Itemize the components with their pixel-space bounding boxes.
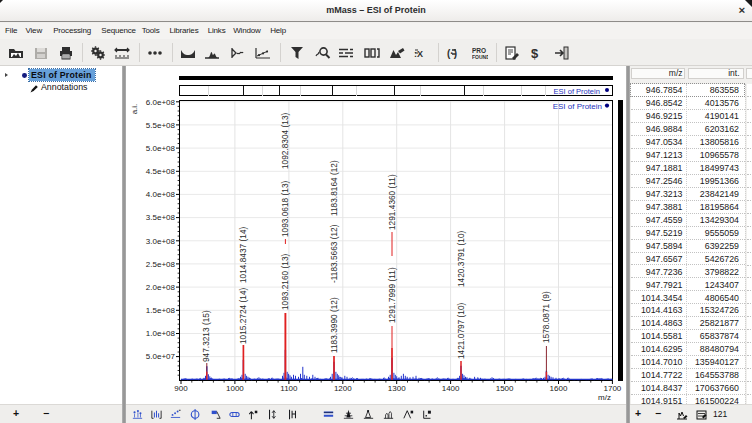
svg-text:947.3213 (15): 947.3213 (15) <box>201 310 211 362</box>
svg-text:1300: 1300 <box>388 384 406 393</box>
svg-text:m/z: m/z <box>598 393 611 402</box>
svg-text:1400: 1400 <box>442 384 460 393</box>
svg-text:1600: 1600 <box>550 384 568 393</box>
svg-text:1092.8304 (13): 1092.8304 (13) <box>280 112 290 169</box>
svg-text:ESI of Protein: ESI of Protein <box>553 102 602 111</box>
svg-text:1578.0871 (9): 1578.0871 (9) <box>541 291 551 343</box>
svg-text:1200: 1200 <box>334 384 352 393</box>
svg-text:1183.8164 (12): 1183.8164 (12) <box>329 160 339 216</box>
svg-text:5.5e+08: 5.5e+08 <box>146 121 176 130</box>
svg-text:4.0e+08: 4.0e+08 <box>146 190 176 199</box>
svg-text:1420.3791 (10): 1420.3791 (10) <box>456 230 466 287</box>
svg-text:1291.4360 (11): 1291.4360 (11) <box>387 174 397 230</box>
svg-text:1291.7999 (11): 1291.7999 (11) <box>387 267 397 323</box>
svg-text:1015.2724 (14): 1015.2724 (14) <box>238 287 248 344</box>
svg-text:3.5e+08: 3.5e+08 <box>146 213 176 222</box>
svg-text:1183.3990 (12): 1183.3990 (12) <box>329 297 339 353</box>
svg-text:2.0e+08: 2.0e+08 <box>146 283 176 292</box>
svg-text:1093.0618 (13): 1093.0618 (13) <box>280 180 290 237</box>
svg-text:-1183.5663 (12): -1183.5663 (12) <box>329 224 339 283</box>
svg-text:1000: 1000 <box>226 384 244 393</box>
svg-text:4.5e+08: 4.5e+08 <box>146 167 176 176</box>
svg-text:5.0e+08: 5.0e+08 <box>146 144 176 153</box>
svg-text:1100: 1100 <box>280 384 298 393</box>
svg-text:1421.0797 (10): 1421.0797 (10) <box>456 302 466 359</box>
svg-text:1700: 1700 <box>604 384 622 393</box>
svg-text:2.5e+08: 2.5e+08 <box>146 260 176 269</box>
svg-text:5.0e+07: 5.0e+07 <box>146 352 176 361</box>
svg-text:900: 900 <box>174 384 188 393</box>
svg-text:1500: 1500 <box>496 384 514 393</box>
svg-text:3.0e+08: 3.0e+08 <box>146 237 176 246</box>
svg-text:1.5e+08: 1.5e+08 <box>146 306 176 315</box>
svg-text:1014.8437 (14): 1014.8437 (14) <box>238 226 248 283</box>
svg-text:1093.2160 (13): 1093.2160 (13) <box>280 253 290 310</box>
svg-text:6.0e+08: 6.0e+08 <box>146 98 176 107</box>
svg-text:1.0e+08: 1.0e+08 <box>146 329 176 338</box>
